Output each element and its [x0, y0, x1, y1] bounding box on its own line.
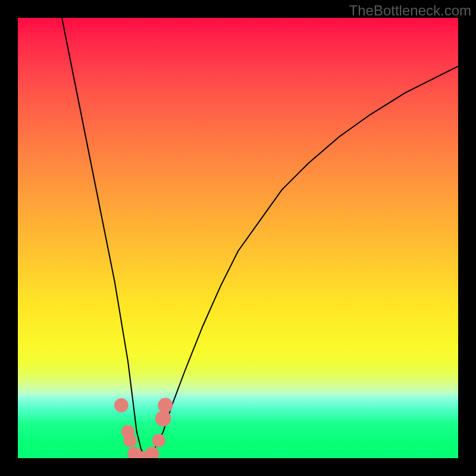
- chart-outer-frame: TheBottleneck.com: [0, 0, 476, 476]
- plot-area: [18, 18, 458, 458]
- data-marker: [124, 434, 137, 447]
- data-marker: [155, 411, 171, 427]
- curve-layer: [18, 18, 458, 458]
- data-marker: [158, 398, 173, 413]
- watermark-text: TheBottleneck.com: [349, 2, 471, 19]
- data-marker: [145, 447, 159, 458]
- data-marker: [152, 434, 165, 447]
- bottleneck-curve: [62, 18, 458, 458]
- data-marker: [114, 398, 129, 412]
- bottleneck-curve-path: [62, 18, 458, 458]
